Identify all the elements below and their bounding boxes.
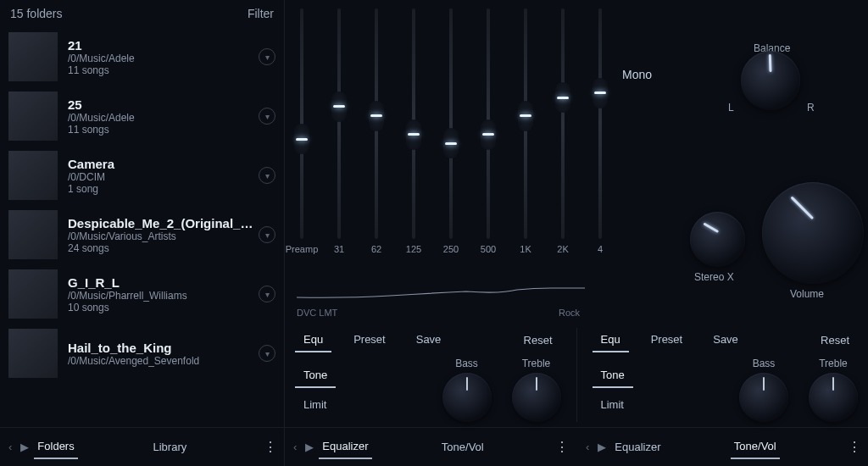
stereox-label: Stereo X	[694, 271, 734, 283]
expand-icon[interactable]: ▾	[259, 286, 275, 302]
nav-prev-icon[interactable]: ‹	[5, 441, 15, 453]
slider-thumb[interactable]	[406, 119, 421, 150]
tone-button[interactable]: Tone	[295, 363, 336, 388]
album-list: 21 /0/Music/Adele 11 songs ▾ 25 /0/Music…	[0, 27, 284, 427]
nav-equalizer-2[interactable]: Equalizer	[611, 435, 664, 458]
nav-folders[interactable]: Folders	[34, 435, 77, 459]
tone-button-2[interactable]: Tone	[593, 363, 633, 388]
treble-label-2: Treble	[819, 358, 848, 369]
album-item[interactable]: 25 /0/Music/Adele 11 songs ▾	[0, 86, 284, 146]
equ-button-2[interactable]: Equ	[593, 328, 629, 352]
album-count: 11 songs	[68, 64, 259, 76]
mono-label[interactable]: Mono	[622, 68, 652, 81]
slider-track	[487, 8, 490, 239]
main-more-icon-2[interactable]: ⋮	[846, 439, 863, 455]
volume-knob[interactable]	[762, 182, 864, 284]
album-art	[8, 329, 58, 378]
main-panel: Preamp 31 62 125 250 500 1K 2K 4	[285, 0, 868, 466]
main-nav-prev-icon[interactable]: ‹	[290, 441, 300, 453]
album-item[interactable]: 21 /0/Music/Adele 11 songs ▾	[0, 27, 284, 86]
slider-label: 31	[334, 244, 344, 254]
treble-knob[interactable]	[512, 373, 561, 422]
nav-tonevol-2[interactable]: Tone/Vol	[731, 435, 780, 459]
slider-thumb[interactable]	[331, 92, 347, 122]
save-button[interactable]: Save	[408, 328, 450, 352]
eq-slider[interactable]: 250	[442, 8, 459, 254]
slider-track	[375, 8, 378, 239]
nav-tonevol[interactable]: Tone/Vol	[438, 435, 487, 458]
limit-button-2[interactable]: Limit	[593, 393, 633, 416]
expand-icon[interactable]: ▾	[259, 167, 275, 184]
eq-slider[interactable]: 500	[480, 8, 497, 254]
play-icon[interactable]: ▶	[15, 441, 34, 453]
album-title: Camera	[68, 157, 259, 171]
preset-button[interactable]: Preset	[345, 328, 394, 352]
eq-slider[interactable]: 31	[331, 8, 348, 254]
slider-thumb[interactable]	[481, 119, 496, 150]
balance-right-label: R	[807, 102, 815, 114]
bass-knob[interactable]	[442, 373, 492, 422]
eq-slider[interactable]: Preamp	[293, 8, 310, 254]
reset-button-2[interactable]: Reset	[812, 329, 858, 352]
equalizer-area: Preamp 31 62 125 250 500 1K 2K 4	[285, 0, 868, 304]
controls-row: Equ Preset Save Reset Tone Limit Bass	[285, 323, 868, 427]
main-play-icon-2[interactable]: ▶	[593, 441, 611, 453]
equ-button[interactable]: Equ	[295, 328, 331, 352]
eq-slider[interactable]: 125	[405, 8, 422, 254]
album-info: 25 /0/Music/Adele 11 songs	[68, 97, 259, 136]
slider-thumb[interactable]	[593, 78, 608, 108]
eq-panel-left: Equ Preset Save Reset Tone Limit Bass	[295, 328, 561, 422]
nav-library[interactable]: Library	[149, 435, 190, 458]
slider-thumb[interactable]	[294, 124, 309, 154]
album-item[interactable]: Camera /0/DCIM 1 song ▾	[0, 146, 284, 205]
balance-left-label: L	[728, 102, 734, 114]
album-info: Hail_to_the_King /0/Music/Avenged_Sevenf…	[68, 341, 259, 367]
slider-label: 250	[443, 244, 459, 254]
reset-button[interactable]: Reset	[515, 329, 561, 352]
eq-sliders: Preamp 31 62 125 250 500 1K 2K 4	[285, 0, 609, 280]
slider-track	[524, 8, 527, 239]
album-item[interactable]: G_I_R_L /0/Music/Pharrell_Williams 10 so…	[0, 264, 284, 324]
limit-button[interactable]: Limit	[295, 393, 336, 416]
album-path: /0/Music/Avenged_Sevenfold	[68, 355, 259, 367]
main-play-icon[interactable]: ▶	[300, 441, 319, 453]
slider-thumb[interactable]	[443, 128, 459, 158]
expand-icon[interactable]: ▾	[259, 48, 275, 65]
slider-label: Preamp	[286, 244, 319, 254]
eq-slider[interactable]: 62	[368, 8, 385, 254]
album-count: 10 songs	[68, 302, 259, 313]
album-item[interactable]: Despicable_Me_2_(Original_Motion /0/Musi…	[0, 205, 284, 264]
slider-label: 500	[481, 244, 496, 254]
eq-slider[interactable]: 4	[592, 8, 609, 254]
album-title: Despicable_Me_2_(Original_Motion	[68, 216, 259, 230]
expand-icon[interactable]: ▾	[259, 226, 275, 243]
expand-icon[interactable]: ▾	[259, 345, 275, 362]
balance-knob[interactable]	[741, 51, 800, 110]
album-item[interactable]: Hail_to_the_King /0/Music/Avenged_Sevenf…	[0, 324, 284, 383]
eq-slider[interactable]: 1K	[517, 8, 534, 254]
slider-thumb[interactable]	[518, 101, 533, 131]
dvc-label: DVC LMT	[297, 308, 337, 318]
treble-knob-2[interactable]	[809, 373, 858, 422]
save-button-2[interactable]: Save	[704, 328, 747, 352]
slider-thumb[interactable]	[369, 101, 384, 131]
bass-label-2: Bass	[753, 358, 776, 369]
eq-slider[interactable]: 2K	[554, 8, 571, 254]
preset-button-2[interactable]: Preset	[643, 328, 692, 352]
slider-label: 1K	[520, 244, 531, 254]
main-more-icon[interactable]: ⋮	[554, 439, 570, 455]
filter-button[interactable]: Filter	[248, 7, 274, 20]
slider-thumb[interactable]	[555, 82, 570, 113]
slider-label: 62	[371, 244, 381, 254]
sidebar: 15 folders Filter 21 /0/Music/Adele 11 s…	[0, 0, 285, 466]
expand-icon[interactable]: ▾	[259, 108, 275, 125]
sidebar-bottom-nav: ‹ ▶ Folders Library ⋮	[0, 427, 284, 466]
more-icon[interactable]: ⋮	[262, 439, 279, 455]
nav-equalizer[interactable]: Equalizer	[319, 435, 371, 459]
stereox-knob[interactable]	[690, 212, 745, 267]
album-path: /0/Music/Adele	[68, 53, 259, 64]
bass-knob-2[interactable]	[739, 373, 788, 422]
slider-track	[300, 8, 303, 239]
preset-name[interactable]: Rock	[559, 308, 580, 318]
main-nav-prev-icon-2[interactable]: ‹	[582, 441, 593, 453]
